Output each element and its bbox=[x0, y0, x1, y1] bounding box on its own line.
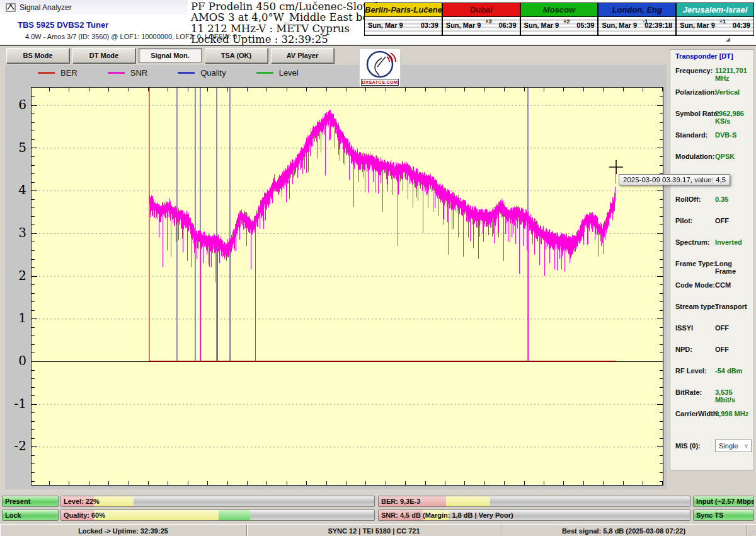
bar-label: Input (~2,57 Mbps) bbox=[696, 498, 754, 505]
field-value: Inverted bbox=[715, 238, 742, 246]
clock-body: Sun, Mar 9 +3 06:39 bbox=[443, 17, 520, 35]
bar-input-2-57-mbps-: Input (~2,57 Mbps) bbox=[693, 496, 754, 507]
signal-trend-plot[interactable] bbox=[31, 87, 663, 486]
field-label: NPD: bbox=[675, 346, 692, 353]
bar-label: Level: 22% bbox=[64, 498, 100, 505]
clock-body: Sun, Mar 9 +1 04:39 bbox=[677, 17, 753, 35]
field-label: CarrierWidth: bbox=[675, 410, 719, 417]
legend-line-quality bbox=[178, 72, 195, 74]
legend-label-quality: Quality bbox=[200, 68, 226, 78]
cursor-tooltip: 2025-03-09 03.39.17, value: 4,5 bbox=[619, 174, 730, 185]
top-header-band: Signal Analyzer TBS 5925 DVBS2 Tuner 4.0… bbox=[0, 0, 756, 46]
bar-label: Sync TS bbox=[696, 511, 723, 519]
transponder-row-issyi: ISSYI OFF bbox=[675, 324, 751, 333]
y-tick-label: 2 bbox=[8, 268, 26, 283]
y-tick-label: 5 bbox=[8, 140, 26, 155]
tab-av-player[interactable]: AV Player bbox=[271, 48, 334, 63]
clock-date: Sun, Mar 9 bbox=[368, 21, 403, 29]
mode-tabs: BS ModeDT ModeSignal Mon.TSA (OK)AV Play… bbox=[6, 48, 334, 63]
bar-label: Present bbox=[5, 498, 30, 505]
transponder-row-npd: NPD: OFF bbox=[675, 346, 751, 354]
chart-legend: BERSNRQualityLevel bbox=[38, 68, 329, 78]
clock-body: Sun, Mar 9 03:39 bbox=[365, 17, 442, 35]
bar-snr: SNR: 4,5 dB (Margin: 1,8 dB | Very Poor) bbox=[378, 510, 690, 521]
transponder-row-frequency: Frequency: 11211,701 MHz bbox=[675, 67, 751, 76]
bar-label: Quality: 60% bbox=[64, 511, 105, 519]
clock-berlin-paris-lu-enec: Berlin-Paris-Lučenec Sun, Mar 9 03:39 bbox=[365, 3, 442, 35]
field-label: Standard: bbox=[675, 131, 707, 139]
gauge-green-zone bbox=[219, 510, 250, 520]
clock-body: Sun, Mar 9 -1 02:39:18 bbox=[598, 17, 675, 35]
transponder-row-spectrum: Spectrum: Inverted bbox=[675, 238, 751, 247]
clock-time: 02:39:18 bbox=[644, 21, 672, 29]
field-value: CCM bbox=[715, 281, 731, 289]
field-value: DVB-S bbox=[715, 131, 736, 139]
y-tick-label: 3 bbox=[8, 225, 26, 240]
mis-row: MIS (0): Single ∨ bbox=[675, 442, 751, 450]
statusbar-sync-tei-cc: SYNC 12 | TEI 5180 | CC 721 bbox=[247, 525, 501, 536]
tab-signal-mon-[interactable]: Signal Mon. bbox=[139, 48, 202, 63]
transponder-row-standard: Standard: DVB-S bbox=[675, 131, 751, 140]
bar-ber: BER: 9,3E-3 bbox=[378, 496, 690, 507]
clock-city-label: Moscow bbox=[521, 3, 598, 17]
field-value: OFF bbox=[715, 217, 729, 224]
bar-quality: Quality: 60% bbox=[60, 510, 375, 521]
mis-label: MIS (0): bbox=[675, 442, 701, 450]
tab-dt-mode[interactable]: DT Mode bbox=[72, 48, 135, 63]
clock-london-eng: London, Eng Sun, Mar 9 -1 02:39:18 bbox=[598, 3, 675, 35]
field-value: 2962,986 KS/s bbox=[715, 110, 751, 125]
transponder-row-streamtype: Stream type: Transport bbox=[675, 303, 751, 312]
mis-dropdown-value: Single bbox=[719, 442, 738, 450]
satellite-dish-icon bbox=[360, 49, 399, 78]
transponder-row-polarization: Polarization: Vertical bbox=[675, 88, 751, 97]
field-value: OFF bbox=[715, 324, 729, 332]
tab-tsa-ok-[interactable]: TSA (OK) bbox=[205, 48, 268, 63]
clock-jerusalem-israel: Jerusalem-Israel Sun, Mar 9 +1 04:39 bbox=[677, 3, 753, 35]
clock-date: Sun, Mar 9 bbox=[446, 21, 481, 29]
transponder-row-bitrate: BitRate: 3,535 Mbit/s bbox=[675, 388, 751, 397]
y-tick-label: -1 bbox=[8, 396, 26, 411]
field-value: Transport bbox=[715, 303, 747, 310]
bar-lock: Lock bbox=[2, 510, 59, 521]
field-value: 3,998 MHz bbox=[715, 410, 748, 417]
bar-sync-ts: Sync TS bbox=[693, 510, 754, 521]
clock-utc-offset: +3 bbox=[485, 18, 491, 25]
signal-chart-panel: BERSNRQualityLevel -2-10123456 bbox=[5, 65, 667, 489]
field-label: RollOff: bbox=[675, 195, 701, 203]
transponder-row-frametype: Frame Type: Long Frame bbox=[675, 260, 751, 269]
legend-line-level bbox=[256, 72, 273, 74]
transponder-row-codemode: Code Mode: CCM bbox=[675, 281, 751, 290]
clock-time: 03:39 bbox=[421, 21, 438, 29]
field-value: -54 dBm bbox=[715, 367, 742, 375]
field-label: Pilot: bbox=[675, 217, 693, 224]
field-label: ISSYI bbox=[675, 324, 693, 332]
field-label: Stream type: bbox=[675, 303, 718, 310]
bar-label: SNR: 4,5 dB (Margin: 1,8 dB | Very Poor) bbox=[381, 511, 513, 519]
legend-label-snr: SNR bbox=[130, 68, 147, 78]
mis-dropdown[interactable]: Single ∨ bbox=[715, 440, 752, 452]
tuner-title: TBS 5925 DVBS2 Tuner bbox=[18, 20, 108, 30]
transponder-row-symbolrate: Symbol Rate: 2962,986 KS/s bbox=[675, 110, 751, 119]
clock-date: Sun, Mar 9 bbox=[524, 21, 559, 29]
status-bar: Locked -> Uptime: 32:39:25 SYNC 12 | TEI… bbox=[0, 524, 756, 536]
clock-utc-offset: +1 bbox=[719, 18, 726, 25]
field-label: Frame Type: bbox=[675, 260, 716, 267]
resize-grip-icon[interactable]: ⋰ bbox=[747, 525, 756, 536]
annotation-block: PF Prodelin 450 cm/Lučenec-Slovakia AMOS… bbox=[191, 1, 391, 45]
field-label: BitRate: bbox=[675, 388, 702, 396]
field-value: 0.35 bbox=[715, 195, 728, 203]
transponder-row-pilot: Pilot: OFF bbox=[675, 217, 751, 226]
field-value: 11211,701 MHz bbox=[715, 67, 751, 82]
app-icon bbox=[6, 3, 16, 13]
field-value: 3,535 Mbit/s bbox=[715, 388, 751, 404]
legend-label-level: Level bbox=[279, 68, 299, 78]
field-value: OFF bbox=[715, 346, 729, 353]
field-label: Modulation: bbox=[675, 153, 714, 160]
field-value: Vertical bbox=[715, 88, 740, 96]
y-tick-label: -2 bbox=[8, 438, 26, 453]
clock-city-label: London, Eng bbox=[598, 3, 675, 17]
tab-bs-mode[interactable]: BS Mode bbox=[6, 48, 69, 63]
field-label: Polarization: bbox=[675, 88, 717, 96]
clock-moscow: Moscow Sun, Mar 9 +2 05:39 bbox=[521, 3, 598, 35]
clock-dubai: Dubai Sun, Mar 9 +3 06:39 bbox=[443, 3, 520, 35]
